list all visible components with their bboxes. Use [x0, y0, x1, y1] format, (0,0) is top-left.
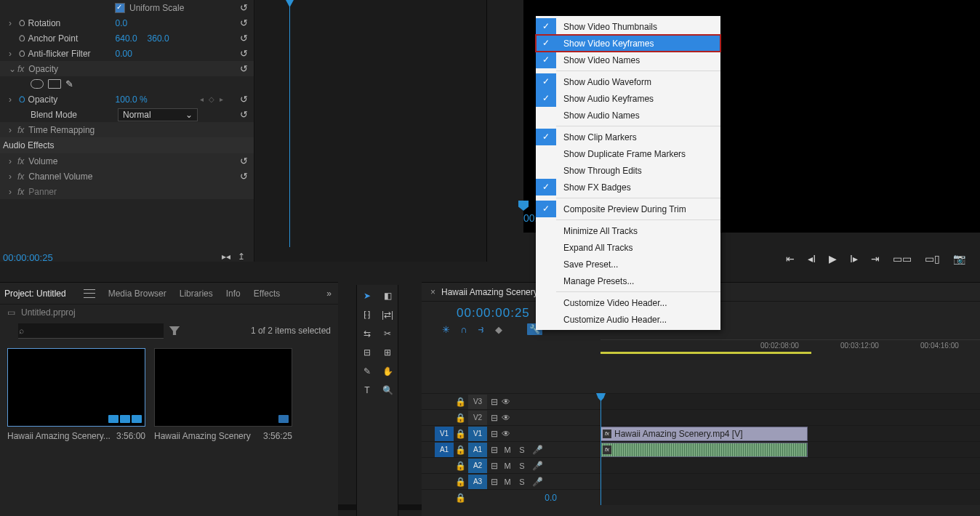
eye-icon[interactable]: 👁 [500, 413, 512, 423]
rect-mask-icon[interactable] [48, 79, 61, 89]
tab-info[interactable]: Info [226, 289, 241, 299]
sync-lock-icon[interactable]: ⊟ [489, 429, 500, 439]
pen-tool-icon[interactable]: ✎ [361, 365, 374, 378]
menu-item[interactable]: ✓Show Video Names [536, 52, 720, 68]
opacity-value[interactable]: 100.0 % [116, 94, 148, 105]
rate-stretch-tool-icon[interactable]: ⇆ [361, 327, 374, 340]
tab-media-browser[interactable]: Media Browser [108, 289, 166, 299]
sync-lock-icon[interactable]: ⊟ [489, 461, 500, 471]
monitor-playhead-marker[interactable] [518, 201, 529, 211]
time-remapping-section[interactable]: › Time Remapping [0, 122, 254, 137]
track-select-tool-icon[interactable]: ◧ [381, 289, 394, 302]
close-sequence-icon[interactable]: × [430, 287, 435, 297]
reset-icon[interactable]: ↺ [240, 156, 248, 166]
reset-icon[interactable]: ↺ [240, 171, 248, 182]
reset-icon[interactable]: ↺ [240, 17, 248, 28]
menu-item[interactable]: ✓Show FX Badges [536, 179, 720, 195]
channel-volume-section[interactable]: › Channel Volume ↺ [0, 169, 254, 184]
ec-playhead[interactable] [289, 0, 290, 247]
track-target[interactable]: A3 [468, 475, 487, 489]
reset-icon[interactable]: ↺ [240, 63, 248, 74]
slip-tool-icon[interactable]: ⊟ [361, 346, 374, 359]
work-area-bar[interactable] [601, 352, 811, 354]
track-target[interactable]: V3 [468, 395, 487, 409]
track-target[interactable]: A2 [468, 459, 487, 473]
expand-caret[interactable]: › [9, 187, 16, 197]
item-thumbnail[interactable] [7, 348, 145, 427]
sync-lock-icon[interactable]: ⊟ [489, 477, 500, 487]
ellipse-mask-icon[interactable] [31, 79, 44, 89]
panel-menu-icon[interactable] [84, 289, 95, 298]
sync-lock-icon[interactable]: ⊟ [489, 397, 500, 407]
menu-item[interactable]: Customize Video Header... [536, 294, 720, 311]
more-tabs-icon[interactable]: » [326, 289, 332, 299]
mute-button[interactable]: M [500, 477, 515, 486]
lock-icon[interactable]: 🔒 [454, 477, 467, 487]
voiceover-icon[interactable]: 🎤 [532, 477, 543, 487]
time-ruler[interactable]: 00:02:08:00 00:03:12:00 00:04:16:00 00:0… [601, 339, 980, 352]
expand-caret[interactable]: › [9, 172, 16, 182]
tab-effects[interactable]: Effects [254, 289, 280, 299]
menu-item[interactable]: ✓Show Audio Keyframes [536, 90, 720, 107]
reset-icon[interactable]: ↺ [240, 109, 248, 120]
voiceover-icon[interactable]: 🎤 [532, 445, 543, 455]
snap-icon[interactable]: ✳ [442, 324, 450, 335]
menu-item[interactable]: ✓Show Clip Markers [536, 129, 720, 145]
zoom-tool-icon[interactable]: 🔍 [381, 384, 394, 397]
rolling-edit-tool-icon[interactable]: |⇄| [381, 308, 394, 321]
reset-icon[interactable]: ↺ [240, 33, 248, 44]
video-clip[interactable]: fxHawaii Amazing Scenery.mp4 [V] [601, 427, 808, 441]
item-thumbnail[interactable] [154, 348, 292, 427]
anchor-y[interactable]: 360.0 [148, 33, 169, 44]
sequence-name[interactable]: Hawaii Amazing Scenery [441, 287, 538, 297]
master-level[interactable]: 0.0 [545, 493, 557, 503]
loop-playback-icon[interactable]: ▸◂ [222, 251, 230, 262]
stopwatch-icon[interactable]: Ö [19, 34, 25, 43]
type-tool-icon[interactable]: T [361, 384, 374, 397]
uniform-scale-checkbox[interactable] [115, 3, 125, 13]
lane-a2[interactable] [601, 457, 980, 473]
menu-item[interactable]: ✓Show Video Thumbnails [536, 18, 720, 35]
lock-icon[interactable]: 🔒 [454, 445, 467, 455]
sync-lock-icon[interactable]: ⊟ [489, 445, 500, 455]
linked-selection-icon[interactable]: ⥽ [477, 324, 485, 335]
menu-item[interactable]: Show Duplicate Frame Markers [536, 145, 720, 162]
track-target[interactable]: V1 [468, 427, 487, 441]
volume-section[interactable]: › Volume ↺ [0, 153, 254, 169]
audio-clip[interactable]: fx [601, 443, 808, 457]
stopwatch-active-icon[interactable]: Ö [19, 95, 25, 104]
opacity-section[interactable]: ⌄ Opacity ↺ [0, 61, 254, 76]
voiceover-icon[interactable]: 🎤 [532, 461, 543, 471]
filter-icon[interactable] [169, 326, 180, 335]
lane-master[interactable] [601, 489, 980, 505]
source-patch[interactable]: A1 [435, 443, 454, 457]
sync-lock-icon[interactable]: ⊟ [489, 413, 500, 423]
menu-item[interactable]: ✓Show Video Keyframes [536, 35, 720, 52]
reset-icon[interactable]: ↺ [240, 2, 248, 13]
eye-icon[interactable]: 👁 [500, 397, 512, 407]
expand-caret[interactable]: › [9, 18, 16, 28]
stopwatch-icon[interactable]: Ö [19, 49, 25, 58]
search-input[interactable] [18, 323, 164, 339]
menu-item[interactable]: ✓Composite Preview During Trim [536, 201, 720, 217]
slide-tool-icon[interactable]: ⊞ [381, 346, 394, 359]
keyframe-nav[interactable]: ◂ ◇ ▸ [200, 95, 225, 103]
razor-tool-icon[interactable]: ✂ [381, 327, 394, 340]
mute-button[interactable]: M [500, 461, 515, 470]
ripple-edit-tool-icon[interactable]: ⁅⁆ [361, 308, 374, 321]
panner-section[interactable]: › Panner [0, 184, 254, 199]
solo-button[interactable]: S [515, 477, 529, 486]
antiflicker-value[interactable]: 0.00 [116, 49, 132, 59]
track-target[interactable]: A1 [468, 443, 487, 457]
hand-tool-icon[interactable]: ✋ [381, 365, 394, 378]
menu-item[interactable]: Show Through Edits [536, 162, 720, 179]
anchor-x[interactable]: 640.0 [116, 33, 137, 44]
stopwatch-icon[interactable]: Ö [19, 19, 25, 28]
markers-icon[interactable]: ◆ [495, 324, 502, 335]
solo-button[interactable]: S [515, 446, 529, 454]
collapse-caret[interactable]: ⌄ [9, 64, 16, 74]
tab-project[interactable]: Project: Untitled [4, 289, 66, 299]
lock-icon[interactable]: 🔒 [454, 461, 467, 471]
menu-item[interactable]: Save Preset... [536, 256, 720, 273]
lock-icon[interactable]: 🔒 [454, 397, 467, 407]
